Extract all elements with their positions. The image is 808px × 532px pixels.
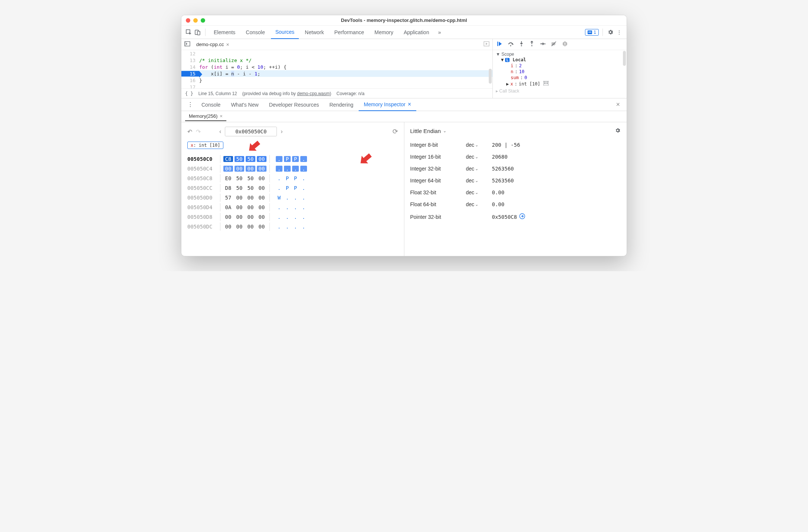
inspect-element-icon[interactable]	[185, 29, 193, 36]
deactivate-breakpoints-icon[interactable]	[551, 41, 557, 48]
tab-sources[interactable]: Sources	[271, 26, 299, 39]
snippets-run-icon[interactable]	[484, 41, 489, 48]
scope-header[interactable]: ▼ Scope	[496, 52, 624, 57]
next-page-icon[interactable]: ›	[281, 128, 282, 135]
hex-byte[interactable]: 50	[246, 175, 255, 181]
hex-byte[interactable]: 0A	[223, 204, 233, 210]
drawer-tab-devres[interactable]: Developer Resources	[264, 98, 324, 111]
close-file-icon[interactable]: ×	[226, 42, 229, 48]
hex-byte[interactable]: C8	[223, 156, 233, 162]
kebab-menu-icon[interactable]: ⋮	[615, 29, 623, 36]
close-memory-tab-icon[interactable]: ×	[220, 113, 223, 119]
close-tab-icon[interactable]: ×	[408, 101, 411, 108]
interp-format-select[interactable]: dec⌄	[466, 142, 492, 148]
pause-on-exception-icon[interactable]	[562, 41, 568, 48]
hex-byte[interactable]: 00	[235, 214, 244, 220]
scrollbar-thumb[interactable]	[489, 69, 492, 84]
step-over-icon[interactable]	[508, 41, 514, 48]
object-highlight-tag[interactable]: x: int [10]	[187, 142, 223, 149]
interpreter-settings-icon[interactable]	[615, 127, 621, 134]
hex-byte[interactable]: 00	[223, 224, 233, 230]
resume-icon[interactable]	[497, 41, 502, 48]
scope-local[interactable]: ▼ LLocal	[496, 57, 624, 63]
drawer-tab-meminsp[interactable]: Memory Inspector ×	[359, 98, 416, 111]
hex-byte[interactable]: 00	[257, 204, 266, 210]
debug-info-link[interactable]: demo-cpp.wasm	[297, 91, 330, 96]
file-tab[interactable]: demo-cpp.cc ×	[193, 40, 233, 49]
scope-var[interactable]: ▶ x: int [10]	[496, 81, 624, 87]
hex-byte[interactable]: 00	[235, 166, 244, 172]
interp-format-select[interactable]: dec⌄	[466, 178, 492, 184]
hex-byte[interactable]: 00	[246, 166, 255, 172]
drawer-tab-whatsnew[interactable]: What's New	[226, 98, 264, 111]
hex-byte[interactable]: 50	[246, 185, 255, 191]
tab-memory[interactable]: Memory	[370, 26, 398, 39]
scope-var[interactable]: i: 2	[496, 63, 624, 69]
tab-elements[interactable]: Elements	[209, 26, 240, 39]
hex-byte[interactable]: 50	[235, 185, 244, 191]
interp-format-select[interactable]: dec⌄	[466, 154, 492, 160]
hex-row[interactable]: 005050D40A000000....	[187, 202, 398, 212]
step-icon[interactable]	[540, 41, 546, 48]
endianness-select[interactable]: Little Endian ⌄	[410, 128, 447, 134]
undo-icon[interactable]: ↶	[187, 128, 192, 135]
hex-byte[interactable]: 50	[235, 175, 244, 181]
jump-to-address-icon[interactable]	[519, 213, 525, 220]
hex-byte[interactable]: 00	[235, 195, 244, 201]
settings-icon[interactable]	[607, 29, 614, 36]
interp-format-select[interactable]: dec⌄	[466, 166, 492, 172]
hex-byte[interactable]: 00	[257, 195, 266, 201]
address-input[interactable]: 0x005050C0	[225, 127, 277, 136]
hex-byte[interactable]: 00	[257, 175, 266, 181]
hex-row[interactable]: 005050DC00000000....	[187, 222, 398, 231]
hex-byte[interactable]: 00	[246, 224, 255, 230]
hex-byte[interactable]: E0	[223, 175, 233, 181]
hex-row[interactable]: 005050CCD8505000.PP.	[187, 183, 398, 193]
navigator-toggle-icon[interactable]	[184, 41, 190, 48]
drawer-tab-rendering[interactable]: Rendering	[324, 98, 359, 111]
interp-format-select[interactable]: dec⌄	[466, 189, 492, 195]
hex-byte[interactable]: 00	[235, 224, 244, 230]
hex-byte[interactable]: 00	[257, 214, 266, 220]
close-drawer-icon[interactable]: ×	[612, 101, 624, 108]
hex-row[interactable]: 005050D800000000....	[187, 212, 398, 222]
hex-byte[interactable]: 57	[223, 195, 233, 201]
refresh-icon[interactable]: ⟳	[392, 127, 398, 136]
prev-page-icon[interactable]: ‹	[219, 128, 221, 135]
hex-byte[interactable]: 00	[235, 204, 244, 210]
issues-badge[interactable]: 1	[585, 29, 599, 36]
more-tabs-icon[interactable]: »	[435, 29, 444, 35]
tab-console[interactable]: Console	[241, 26, 269, 39]
hex-byte[interactable]: D8	[223, 185, 233, 191]
svg-rect-7	[185, 42, 186, 46]
device-toolbar-icon[interactable]	[194, 29, 201, 36]
tab-network[interactable]: Network	[300, 26, 328, 39]
pretty-print-icon[interactable]: { }	[185, 91, 193, 96]
scrollbar-thumb[interactable]	[623, 51, 626, 66]
reveal-in-memory-icon[interactable]	[543, 81, 549, 87]
hex-byte[interactable]: 00	[246, 204, 255, 210]
scope-var[interactable]: n: 10	[496, 69, 624, 75]
hex-byte[interactable]: 00	[257, 224, 266, 230]
hex-byte[interactable]: 00	[257, 166, 266, 172]
redo-icon[interactable]: ↷	[196, 128, 201, 135]
code-editor[interactable]: 12 13/* initialize x */ 14for (int i = 0…	[181, 50, 492, 88]
hex-row[interactable]: 005050C8E0505000.PP.	[187, 173, 398, 183]
hex-byte[interactable]: 00	[246, 214, 255, 220]
hex-byte[interactable]: 00	[257, 185, 266, 191]
callstack-header[interactable]: ▸ Call Stack	[496, 88, 624, 94]
hex-byte[interactable]: 00	[246, 195, 255, 201]
step-into-icon[interactable]	[519, 41, 524, 48]
interp-format-select[interactable]: dec⌄	[466, 201, 492, 207]
memory-buffer-tab[interactable]: Memory(256) ×	[185, 112, 226, 121]
tab-application[interactable]: Application	[399, 26, 434, 39]
tab-performance[interactable]: Performance	[330, 26, 368, 39]
scope-var[interactable]: sum: 0	[496, 75, 624, 81]
drawer-kebab-icon[interactable]: ⋮	[184, 101, 196, 108]
step-out-icon[interactable]	[529, 41, 534, 48]
drawer-tab-console[interactable]: Console	[196, 98, 226, 111]
hex-byte[interactable]: 00	[223, 214, 233, 220]
hex-byte[interactable]: 00	[223, 166, 233, 172]
hex-row[interactable]: 005050D057000000W...	[187, 193, 398, 202]
hex-byte[interactable]: 50	[235, 156, 244, 162]
